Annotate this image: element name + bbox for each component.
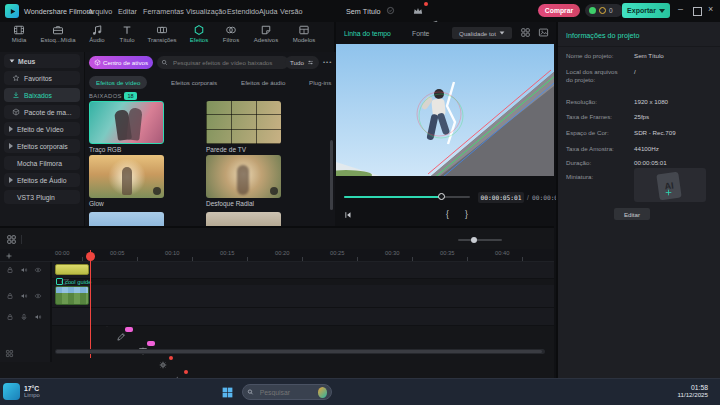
preview-grid-icon[interactable]: [520, 27, 531, 38]
tab-filtros[interactable]: Filtros: [216, 24, 246, 43]
tab-adesivos[interactable]: Adesivos: [248, 24, 284, 43]
timeline-corner-button[interactable]: [2, 346, 16, 360]
tab-midia[interactable]: Mídia: [4, 24, 34, 43]
menu-visualizacao[interactable]: Visualização: [186, 7, 226, 16]
taskbar-search-input[interactable]: [258, 388, 314, 397]
preview-tab-linha-do-tempo[interactable]: Linha do tempo: [344, 30, 391, 37]
lock-icon[interactable]: [6, 292, 14, 300]
effects-tab-corporais[interactable]: Efeitos corporais: [171, 79, 217, 86]
timeline-scrollbar-thumb[interactable]: [56, 350, 542, 353]
preview-tab-fonte[interactable]: Fonte: [412, 30, 429, 37]
tab-estoque-midia[interactable]: Estoq...Mídia: [36, 24, 80, 43]
effects-filter-dropdown[interactable]: Tudo: [285, 56, 319, 69]
menu-ajuda[interactable]: Ajuda: [259, 7, 277, 16]
preview-video-frame[interactable]: [336, 44, 554, 176]
info-value: 44100Hz: [634, 145, 659, 152]
asset-center-button[interactable]: Centro de ativos: [89, 56, 153, 69]
sidebar-item-baixados[interactable]: Baixados: [4, 88, 80, 102]
sidebar-item-mocha-filmora[interactable]: Mocha Filmora: [4, 156, 80, 170]
tab-transicoes[interactable]: Transições: [142, 24, 182, 43]
timeline-zoom-knob[interactable]: [471, 237, 477, 243]
buy-button[interactable]: Comprar: [538, 4, 580, 17]
effects-tab-videos[interactable]: Efeitos de vídeo: [89, 76, 147, 89]
timeline-section: 00:00 00:05 00:10 00:15 00:20 00:25 00:3…: [0, 226, 554, 380]
tab-titulo[interactable]: Título: [112, 24, 142, 43]
taskbar-clock[interactable]: 01:58 11/12/2025: [656, 384, 708, 398]
menu-versao[interactable]: Versão: [280, 7, 302, 16]
speaker-icon[interactable]: [20, 266, 28, 274]
ruler-label: 00:30: [385, 250, 400, 256]
speaker-icon[interactable]: [20, 292, 28, 300]
sidebar-item-efeitos-corporais[interactable]: Efeitos corporais: [4, 139, 80, 153]
mark-in-button[interactable]: {: [446, 209, 449, 219]
window-close-button[interactable]: ×: [708, 4, 713, 14]
effects-search-box[interactable]: [157, 56, 289, 69]
effect-card-glow[interactable]: [89, 155, 164, 198]
effects-tab-plugins[interactable]: Plug-ins: [309, 79, 331, 86]
sidebar-item-vst3-plugin-label: VST3 Plugin: [17, 194, 55, 201]
edit-button[interactable]: Editar: [614, 208, 650, 220]
ruler-label: 00:20: [275, 250, 290, 256]
menu-ferramentas[interactable]: Ferramentas: [143, 7, 184, 16]
sidebar-item-efeitos-de-audio[interactable]: Efeitos de Áudio: [4, 173, 80, 187]
preview-display-icon[interactable]: [538, 27, 549, 38]
media-grid-button[interactable]: [4, 232, 18, 246]
tab-efeitos[interactable]: Efeitos: [184, 24, 214, 43]
effects-scrollbar[interactable]: [330, 140, 333, 210]
timeline-scrollbar[interactable]: [55, 349, 545, 354]
taskbar-search-box[interactable]: [242, 384, 332, 400]
effect-track-lane[interactable]: [52, 262, 554, 279]
effects-tab-audio[interactable]: Efeitos de áudio: [241, 79, 285, 86]
playhead-line[interactable]: [90, 250, 91, 358]
video-track-lane[interactable]: [52, 285, 554, 308]
quality-dropdown[interactable]: Qualidade tot: [452, 27, 512, 39]
effect-card-partial[interactable]: [89, 212, 164, 227]
effects-search-input[interactable]: [171, 58, 285, 67]
effects-more-button[interactable]: •••: [323, 59, 332, 65]
effect-card-desfoque-radial[interactable]: [206, 155, 281, 198]
menu-arquivo[interactable]: Arquivo: [88, 7, 112, 16]
menu-editar[interactable]: Editar: [118, 7, 137, 16]
seek-knob[interactable]: [438, 193, 445, 200]
step-backward-button[interactable]: [341, 208, 355, 222]
tab-modelos[interactable]: Modelos: [286, 24, 322, 43]
eye-icon[interactable]: [34, 266, 42, 274]
menu-estendido[interactable]: Estendido: [227, 7, 259, 16]
microphone-icon[interactable]: [20, 313, 28, 321]
lock-icon[interactable]: [6, 266, 14, 274]
timeline-ruler[interactable]: 00:00 00:05 00:10 00:15 00:20 00:25 00:3…: [0, 249, 554, 262]
sidebar-item-favoritos[interactable]: Favoritos: [4, 71, 80, 85]
draw-tool-button[interactable]: [114, 330, 128, 344]
effect-card-partial[interactable]: [206, 212, 281, 227]
window-maximize-button[interactable]: [693, 7, 702, 16]
eye-icon[interactable]: [34, 292, 42, 300]
ruler-label: 00:10: [165, 250, 180, 256]
credits-pill[interactable]: 0: [585, 4, 623, 17]
lock-icon[interactable]: [6, 313, 14, 321]
tab-audio[interactable]: Áudio: [82, 24, 112, 43]
playhead-handle[interactable]: [86, 252, 95, 261]
add-track-button[interactable]: [2, 249, 16, 263]
settings-button[interactable]: [156, 358, 170, 372]
weather-widget[interactable]: 17°C Limpo: [3, 383, 40, 400]
seek-progress: [344, 196, 442, 198]
timeline-zoom-slider[interactable]: [458, 239, 502, 241]
effect-card-traco-rgb[interactable]: [89, 101, 164, 144]
sidebar-item-pacote[interactable]: Pacote de ma...: [4, 105, 80, 119]
effect-card-parede-de-tv[interactable]: [206, 101, 281, 144]
mark-out-button[interactable]: }: [465, 209, 468, 219]
asset-center-label: Centro de ativos: [103, 59, 148, 66]
sidebar-item-meus[interactable]: Meus: [4, 54, 80, 68]
sidebar-item-efeito-de-video[interactable]: Efeito de Vídeo: [4, 122, 80, 136]
start-button[interactable]: [220, 385, 234, 399]
upgrade-crown-icon[interactable]: [411, 4, 425, 18]
export-button[interactable]: Exportar: [622, 3, 670, 18]
seek-bar[interactable]: [344, 196, 470, 198]
sidebar-item-vst3-plugin[interactable]: VST3 Plugin: [4, 190, 80, 204]
sidebar-item-pacote-label: Pacote de ma...: [24, 109, 72, 116]
audio-track-lane[interactable]: [52, 308, 554, 326]
speaker-icon[interactable]: [34, 313, 42, 321]
window-minimize-button[interactable]: –: [678, 4, 683, 14]
effect-clip[interactable]: [55, 264, 89, 275]
video-clip[interactable]: [55, 286, 89, 305]
